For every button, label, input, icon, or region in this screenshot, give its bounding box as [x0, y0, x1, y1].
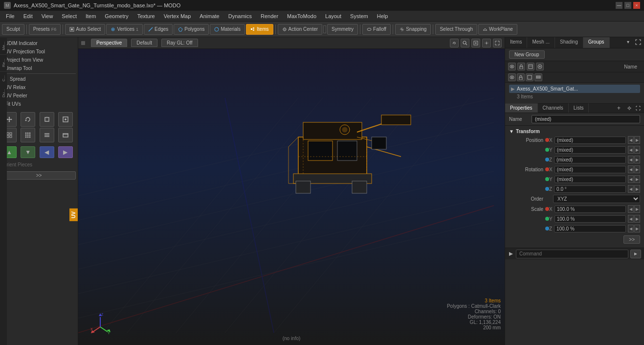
- symmetry-button[interactable]: Symmetry: [327, 24, 358, 35]
- tab-items[interactable]: Items: [505, 37, 527, 48]
- props-settings-icon[interactable]: [625, 104, 633, 112]
- props-more-button[interactable]: >>: [623, 235, 640, 244]
- groups-eye-icon[interactable]: [508, 63, 516, 70]
- transform-icon[interactable]: [58, 112, 73, 127]
- props-tab-lists[interactable]: Lists: [569, 103, 589, 113]
- lines-icon[interactable]: [40, 128, 54, 142]
- props-tab-properties[interactable]: Properties: [505, 103, 538, 113]
- viewport-canvas[interactable]: X Y Z 3 Items Polygons : Catmull-Clark C…: [78, 49, 505, 345]
- menu-layout[interactable]: Layout: [321, 12, 345, 20]
- uv-tab[interactable]: UV: [69, 208, 78, 221]
- menu-help[interactable]: Help: [373, 12, 392, 20]
- command-go-button[interactable]: [630, 250, 641, 258]
- rotate-icon[interactable]: [21, 112, 35, 127]
- auto-select-button[interactable]: Auto Select: [65, 24, 105, 35]
- viewport-tab-perspective[interactable]: Perspective: [91, 39, 127, 47]
- minimize-button[interactable]: —: [616, 2, 622, 9]
- fit-uvs-tool[interactable]: Fit UVs: [2, 100, 76, 108]
- scale-z-inc[interactable]: ▶: [634, 225, 640, 232]
- arrow-down[interactable]: ▼: [21, 146, 35, 158]
- close-button[interactable]: ×: [633, 2, 640, 9]
- menu-select[interactable]: Select: [58, 12, 81, 20]
- tab-dropdown-arrow[interactable]: ▾: [624, 37, 632, 48]
- menu-animate[interactable]: Animate: [196, 12, 223, 20]
- pos-x-inc[interactable]: ▶: [634, 136, 640, 144]
- rotation-y-input[interactable]: [555, 176, 626, 183]
- tab-groups[interactable]: Groups: [583, 37, 610, 48]
- uv-projection-tool[interactable]: UV Projection Tool: [2, 47, 76, 56]
- rot-z-dec[interactable]: ◀: [628, 185, 634, 193]
- rot-y-inc[interactable]: ▶: [634, 175, 640, 183]
- scale-y-inc[interactable]: ▶: [634, 215, 640, 223]
- pos-y-inc[interactable]: ▶: [634, 146, 640, 154]
- scale-y-input[interactable]: [555, 215, 626, 223]
- scale-x-inc[interactable]: ▶: [634, 205, 640, 213]
- vert-tab-c[interactable]: C...: [0, 71, 7, 85]
- sculpt-button[interactable]: Sculpt: [2, 24, 24, 35]
- udim-indicator[interactable]: UDIM Indicator: [2, 39, 76, 47]
- rot-y-dec[interactable]: ◀: [628, 175, 634, 183]
- vp-icon-expand[interactable]: [493, 39, 502, 47]
- groups-icon-3[interactable]: [527, 63, 534, 70]
- scale-z-dec[interactable]: ◀: [628, 225, 634, 232]
- box-icon-2[interactable]: [526, 73, 533, 81]
- menu-maxtomodo[interactable]: MaxToModo: [283, 12, 320, 20]
- vp-icon-search[interactable]: [461, 39, 469, 47]
- viewport-tab-default[interactable]: Default: [131, 39, 157, 47]
- vert-tab-me[interactable]: Me...: [0, 37, 7, 54]
- menu-geometry[interactable]: Geometry: [101, 12, 132, 20]
- pos-z-dec[interactable]: ◀: [628, 156, 634, 163]
- vertices-button[interactable]: Vertices 1: [106, 24, 143, 35]
- workplane-button[interactable]: WorkPlane: [478, 24, 517, 35]
- props-add-button[interactable]: +: [614, 104, 623, 113]
- viewport-menu-icon[interactable]: [81, 41, 85, 45]
- vert-tab-re[interactable]: Re...: [0, 54, 7, 71]
- rot-x-inc[interactable]: ▶: [634, 165, 640, 173]
- menu-system[interactable]: System: [346, 12, 372, 20]
- panel-expand-icon[interactable]: [632, 37, 644, 48]
- pos-x-dec[interactable]: ◀: [628, 136, 634, 144]
- vp-icon-rotate[interactable]: [450, 39, 459, 47]
- rot-z-inc[interactable]: ▶: [634, 185, 640, 193]
- lock-icon-2[interactable]: [517, 73, 525, 81]
- scale-y-dec[interactable]: ◀: [628, 215, 634, 223]
- position-z-input[interactable]: [554, 156, 626, 163]
- props-tab-channels[interactable]: Channels: [538, 103, 569, 113]
- position-x-input[interactable]: [555, 137, 626, 144]
- items-button[interactable]: Items: [246, 24, 273, 35]
- rotation-z-input[interactable]: [554, 185, 626, 193]
- new-group-button[interactable]: New Group: [509, 50, 545, 59]
- polygons-button[interactable]: Polygons: [174, 24, 209, 35]
- vp-icon-zoom[interactable]: [471, 39, 480, 47]
- uv-peeler-tool[interactable]: UV Peeler: [2, 92, 76, 100]
- falloff-button[interactable]: Falloff: [362, 24, 391, 35]
- menu-item[interactable]: Item: [82, 12, 100, 20]
- menu-view[interactable]: View: [38, 12, 57, 20]
- box-icon[interactable]: [58, 128, 73, 142]
- props-name-input[interactable]: [532, 115, 640, 123]
- arrow-right[interactable]: ▶: [58, 146, 73, 158]
- expand-button[interactable]: >>: [2, 171, 76, 180]
- rotation-x-input[interactable]: [555, 166, 626, 173]
- select-through-button[interactable]: Select Through: [435, 24, 477, 35]
- edges-button[interactable]: Edges: [144, 24, 173, 35]
- materials-button[interactable]: Materials: [210, 24, 245, 35]
- menu-file[interactable]: File: [2, 12, 19, 20]
- menu-render[interactable]: Render: [257, 12, 282, 20]
- vp-icon-settings[interactable]: [482, 39, 491, 47]
- viewport[interactable]: Perspective Default Ray GL: Off: [78, 37, 505, 345]
- menu-texture[interactable]: Texture: [133, 12, 159, 20]
- action-center-button[interactable]: Action Center: [278, 24, 323, 35]
- command-input[interactable]: [516, 250, 628, 258]
- pos-z-inc[interactable]: ▶: [634, 156, 640, 163]
- pos-y-dec[interactable]: ◀: [628, 146, 634, 154]
- position-y-input[interactable]: [555, 146, 626, 154]
- group-list-item[interactable]: ▶ Axess_AX500_Smart_Gat...: [509, 85, 640, 93]
- menu-vertex-map[interactable]: Vertex Map: [160, 12, 195, 20]
- maximize-button[interactable]: □: [624, 2, 631, 9]
- eye-icon-2[interactable]: [508, 73, 516, 81]
- scale-icon[interactable]: [40, 112, 54, 127]
- groups-lock-icon[interactable]: [517, 63, 525, 70]
- snapping-button[interactable]: Snapping: [395, 24, 431, 35]
- menu-edit[interactable]: Edit: [20, 12, 37, 20]
